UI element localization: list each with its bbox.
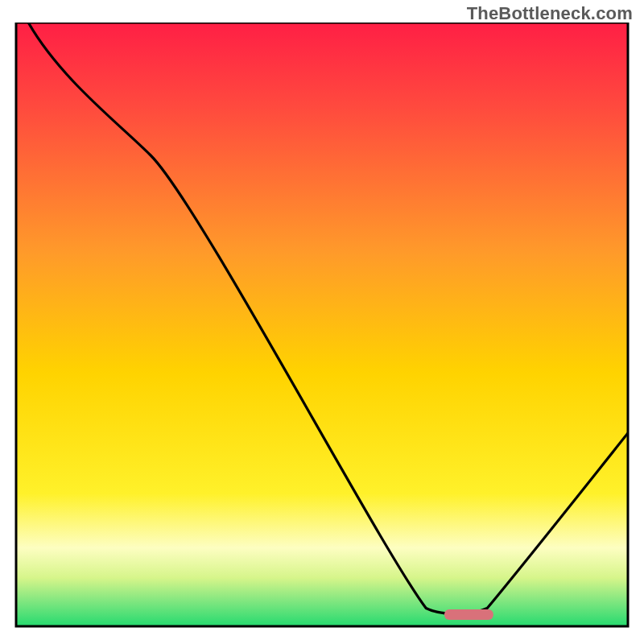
chart-container: TheBottleneck.com [0,0,644,644]
chart-svg [8,23,636,636]
plot-area [8,23,636,636]
gradient-background [16,23,628,626]
optimal-marker [444,609,493,620]
watermark-label: TheBottleneck.com [467,3,633,24]
